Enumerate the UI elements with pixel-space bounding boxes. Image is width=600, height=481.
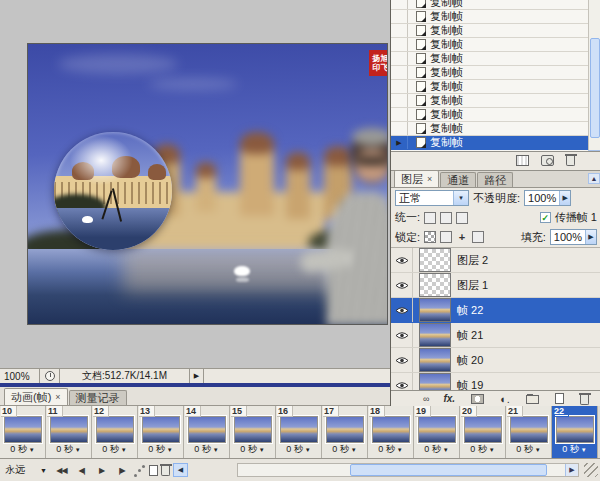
layer-style-fx-icon[interactable]: fx. [443,393,455,404]
next-frame-button[interactable]: |▶ [113,462,130,478]
frame-thumbnail[interactable] [4,416,42,443]
history-state-row[interactable]: 复制帧 [391,52,588,66]
frame-delay-select[interactable]: 0 秒 ▼ [56,443,80,456]
delete-layer-trash-icon[interactable] [580,395,589,405]
eye-icon[interactable] [395,331,409,340]
lock-all-padlock-icon[interactable] [472,231,484,243]
lock-move-icon[interactable]: + [456,231,468,243]
propagate-frame-checkbox[interactable]: ✓ [540,212,551,223]
frame-thumbnail[interactable] [142,416,180,443]
layer-row[interactable]: 帧 21 [391,323,600,348]
layer-row[interactable]: 图层 1 [391,273,600,298]
history-state-row[interactable]: 复制帧 [391,108,588,122]
tab-close-icon[interactable]: × [55,392,60,402]
duplicate-frame-icon[interactable] [149,465,158,476]
animation-scrollbar[interactable]: ▶ [237,463,579,477]
animation-frame[interactable]: 14 0 秒 ▼ [184,406,230,458]
frame-delay-select[interactable]: 0 秒 ▼ [424,443,448,456]
history-state-row[interactable]: 复制帧 [391,0,588,10]
animation-frame[interactable]: 21 0 秒 ▼ [506,406,552,458]
frame-delay-select[interactable]: 0 秒 ▼ [378,443,402,456]
history-scrollbar-thumb[interactable] [590,38,600,138]
loop-count-select[interactable]: 永远 ▼ [2,463,50,478]
animation-frame[interactable]: 12 0 秒 ▼ [92,406,138,458]
layer-row[interactable]: 图层 2 [391,248,600,273]
frame-thumbnail[interactable] [50,416,88,443]
frame-delay-select[interactable]: 0 秒 ▼ [148,443,172,456]
history-brush-source-cell[interactable] [391,66,408,79]
document-canvas[interactable]: 扬旭 印飞 [27,43,388,325]
history-brush-source-cell[interactable] [391,0,408,9]
layer-thumbnail[interactable] [419,248,451,272]
frame-thumbnail[interactable] [418,416,456,443]
history-brush-source-cell[interactable] [391,24,408,37]
new-snapshot-camera-icon[interactable] [541,155,554,166]
visibility-cell[interactable] [391,348,413,372]
eye-icon[interactable] [395,306,409,315]
frame-thumbnail[interactable] [188,416,226,443]
history-state-row[interactable]: 复制帧 [391,10,588,24]
history-brush-source-cell[interactable] [391,52,408,65]
delete-frame-trash-icon[interactable] [161,466,170,476]
visibility-cell[interactable] [391,323,413,347]
frame-thumbnail[interactable] [372,416,410,443]
layers-scroll-up-icon[interactable]: ▲ [588,173,600,184]
animation-scrollbar-thumb[interactable] [350,464,547,476]
unify-style-icon[interactable] [456,212,468,224]
visibility-cell[interactable] [391,273,413,297]
animation-frame[interactable]: 19 0 秒 ▼ [414,406,460,458]
frame-delay-select[interactable]: 0 秒 ▼ [470,443,494,456]
new-document-from-state-icon[interactable] [516,155,529,166]
layer-row[interactable]: 帧 22 [391,298,600,323]
eye-icon[interactable] [395,281,409,290]
history-brush-source-cell[interactable] [391,80,408,93]
frame-delay-select[interactable]: 0 秒 ▼ [10,443,34,456]
animation-frame[interactable]: 11 0 秒 ▼ [46,406,92,458]
tab-paths[interactable]: 路径 [477,172,513,187]
animation-frame[interactable]: 10 0 秒 ▼ [0,406,46,458]
tween-icon[interactable] [133,465,146,476]
unify-visibility-icon[interactable] [440,212,452,224]
history-state-row[interactable]: ▶ 复制帧 [391,136,588,150]
visibility-cell[interactable] [391,298,413,322]
animation-frame[interactable]: 16 0 秒 ▼ [276,406,322,458]
frame-delay-select[interactable]: 0 秒 ▼ [240,443,264,456]
tab-close-icon[interactable]: × [427,174,432,184]
eye-icon[interactable] [395,356,409,365]
history-state-row[interactable]: 复制帧 [391,24,588,38]
history-brush-source-cell[interactable] [391,122,408,135]
zoom-level-field[interactable]: 100% [0,369,40,383]
frame-thumbnail[interactable] [280,416,318,443]
history-brush-source-cell[interactable] [391,108,408,121]
history-brush-source-cell[interactable] [391,10,408,23]
history-scrollbar[interactable] [588,0,600,150]
tab-channels[interactable]: 通道 [440,172,476,187]
history-state-row[interactable]: 复制帧 [391,122,588,136]
adjustment-layer-icon[interactable]: ◐. [500,393,510,405]
play-button[interactable]: ▶ [93,462,110,478]
fill-slider-arrow-icon[interactable]: ▶ [585,230,596,244]
tab-measurement-log[interactable]: 测量记录 [69,390,127,405]
frame-delay-select[interactable]: 0 秒 ▼ [516,443,540,456]
previous-frame-button[interactable]: ◀| [73,462,90,478]
history-state-row[interactable]: 复制帧 [391,94,588,108]
status-menu-button[interactable]: ▶ [190,369,204,383]
opacity-field[interactable]: 100% ▶ [524,190,571,206]
history-state-row[interactable]: 复制帧 [391,38,588,52]
layer-thumbnail[interactable] [419,323,451,347]
delete-state-trash-icon[interactable] [566,156,575,166]
animation-frame[interactable]: 18 0 秒 ▼ [368,406,414,458]
history-state-row[interactable]: 复制帧 [391,80,588,94]
eye-icon[interactable] [395,256,409,265]
blend-mode-select[interactable]: 正常 ▾ [395,190,469,206]
link-layers-chain-icon[interactable]: ∞ [423,394,427,404]
new-layer-icon[interactable] [555,393,564,404]
history-brush-source-cell[interactable] [391,38,408,51]
frame-delay-select[interactable]: 0 秒 ▼ [332,443,356,456]
frame-thumbnail[interactable] [510,416,548,443]
tab-animation-frames[interactable]: 动画(帧) × [4,388,68,405]
history-brush-source-cell[interactable]: ▶ [391,136,408,149]
animation-frame[interactable]: 20 0 秒 ▼ [460,406,506,458]
lock-paint-brush-icon[interactable] [440,231,452,243]
visibility-cell[interactable] [391,248,413,272]
